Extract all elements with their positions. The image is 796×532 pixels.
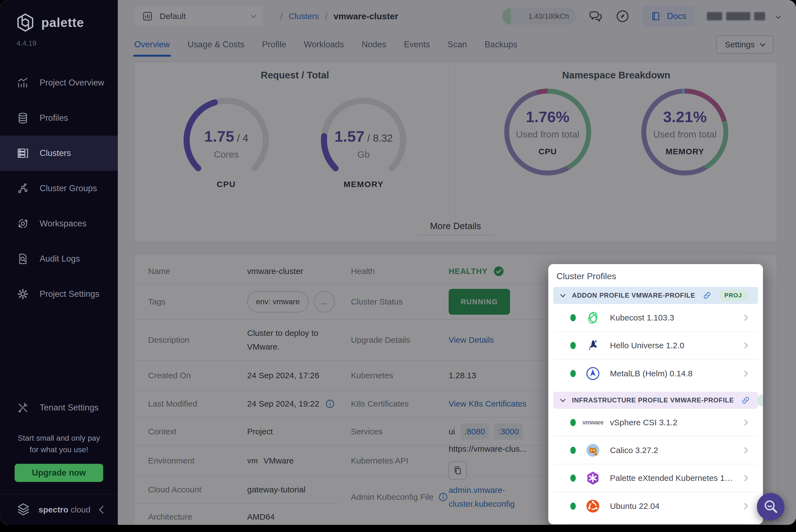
pack-name: MetalLB (Helm) 0.14.8 — [610, 369, 692, 378]
profile-section-addon: ADDON PROFILE VMWARE-PROFILEPROJKubecost… — [553, 287, 758, 387]
promo-text: Start small and only pay for what you us… — [8, 433, 110, 456]
cluster-groups-icon — [17, 182, 29, 195]
scope-badge: PROJ — [757, 395, 763, 406]
project-settings-icon — [17, 288, 29, 300]
pxk-icon — [585, 470, 600, 486]
sidebar-item-label: Audit Logs — [40, 254, 80, 264]
sidebar-item-audit-logs[interactable]: Audit Logs — [0, 241, 118, 277]
pack-status-dot — [570, 419, 576, 426]
profile-pack-row[interactable]: Ubuntu 22.04 — [553, 492, 758, 520]
profiles-icon — [17, 112, 29, 124]
chevron-down-icon — [560, 397, 566, 402]
profile-section-title: INFRASTRUCTURE PROFILE VMWARE-PROFILE — [572, 396, 734, 404]
pack-name: Calico 3.27.2 — [610, 445, 658, 455]
profile-section-infrastructure: INFRASTRUCTURE PROFILE VMWARE-PROFILEPRO… — [553, 392, 758, 520]
pack-name: Kubecost 1.103.3 — [610, 313, 674, 322]
vmware-icon: vmware — [585, 415, 600, 430]
project-overview-icon — [17, 76, 29, 89]
cluster-profiles-panel: Cluster Profiles ADDON PROFILE VMWARE-PR… — [548, 264, 763, 524]
sidebar-item-label: Clusters — [40, 148, 71, 158]
palette-logo: palette — [15, 13, 118, 33]
spectro-cloud-logo-icon — [15, 502, 31, 518]
pack-status-dot — [570, 447, 576, 454]
profile-section-title: ADDON PROFILE VMWARE-PROFILE — [572, 291, 695, 299]
chevron-right-icon — [742, 315, 748, 321]
app-version: 4.4.19 — [17, 39, 118, 48]
upgrade-now-button[interactable]: Upgrade now — [15, 464, 103, 482]
sidebar-item-clusters[interactable]: Clusters — [0, 136, 118, 171]
profile-pack-row[interactable]: Kubecost 1.103.3 — [553, 304, 758, 332]
brand-name: palette — [41, 15, 84, 30]
sidebar-item-project-settings[interactable]: Project Settings — [0, 277, 118, 312]
cluster-profiles-title: Cluster Profiles — [557, 271, 763, 281]
workspaces-icon — [17, 217, 29, 230]
calico-icon — [585, 443, 600, 458]
pack-status-dot — [570, 342, 576, 349]
sidebar-item-label: Workspaces — [40, 219, 87, 229]
main-area: Default / Clusters / vmware-cluster 1.43… — [118, 0, 796, 525]
profile-pack-row[interactable]: Palette eXtended Kubernetes 1.28.13 — [553, 464, 758, 492]
spectro-cloud-wordmark: spectro cloud — [39, 505, 90, 514]
hello-universe-icon — [585, 338, 600, 353]
pack-name: Palette eXtended Kubernetes 1.28.13 — [610, 473, 733, 483]
sidebar-collapse-icon[interactable] — [99, 506, 107, 513]
chevron-down-icon — [560, 292, 566, 297]
sidebar: palette 4.4.19 Project OverviewProfilesC… — [0, 0, 118, 525]
sidebar-item-label: Profiles — [40, 113, 68, 123]
sidebar-item-project-overview[interactable]: Project Overview — [0, 65, 118, 100]
scope-badge: PROJ — [719, 290, 747, 301]
vmware-wordmark: vmware — [582, 419, 603, 426]
chevron-right-icon — [742, 342, 748, 348]
pack-status-dot — [570, 502, 576, 510]
sidebar-item-workspaces[interactable]: Workspaces — [0, 206, 118, 241]
chevron-right-icon — [742, 447, 748, 453]
pack-name: Hello Universe 1.2.0 — [610, 341, 684, 350]
chevron-right-icon — [742, 475, 748, 481]
profile-section-header-infrastructure[interactable]: INFRASTRUCTURE PROFILE VMWARE-PROFILEPRO… — [553, 392, 758, 409]
sidebar-bottom: Tenant Settings Start small and only pay… — [0, 390, 118, 525]
pack-name: Ubuntu 22.04 — [610, 501, 660, 511]
sidebar-item-tenant-settings[interactable]: Tenant Settings — [0, 390, 118, 425]
profile-pack-row[interactable]: MetalLB (Helm) 0.14.8 — [553, 360, 758, 387]
chevron-right-icon — [742, 503, 748, 509]
search-icon — [762, 498, 779, 515]
upgrade-promo: Start small and only pay for what you us… — [0, 425, 118, 494]
clusters-icon — [17, 147, 29, 159]
sidebar-item-cluster-groups[interactable]: Cluster Groups — [0, 171, 118, 206]
chevron-right-icon — [742, 370, 748, 377]
pack-status-dot — [570, 370, 576, 377]
pack-name: vSphere CSI 3.1.2 — [610, 418, 678, 427]
sidebar-item-label: Cluster Groups — [40, 184, 97, 193]
profile-section-header-addon[interactable]: ADDON PROFILE VMWARE-PROFILEPROJ — [553, 287, 758, 304]
sidebar-item-label: Project Settings — [40, 289, 99, 299]
sidebar-item-label: Tenant Settings — [40, 403, 98, 413]
profile-pack-row[interactable]: Hello Universe 1.2.0 — [553, 332, 758, 360]
tenant-settings-icon — [17, 401, 29, 414]
sidebar-item-label: Project Overview — [40, 78, 104, 88]
pack-status-dot — [570, 314, 576, 321]
sidebar-nav: Project OverviewProfilesClustersCluster … — [0, 65, 118, 312]
chevron-right-icon — [742, 419, 748, 425]
kubecost-icon — [585, 310, 600, 325]
app-window: palette 4.4.19 Project OverviewProfilesC… — [0, 0, 796, 525]
help-search-fab[interactable] — [757, 493, 784, 520]
audit-logs-icon — [17, 252, 29, 265]
link-icon — [702, 291, 712, 300]
pack-status-dot — [570, 475, 576, 482]
profile-pack-row[interactable]: vmwarevSphere CSI 3.1.2 — [553, 409, 758, 437]
metallb-icon — [585, 366, 600, 381]
sidebar-footer: spectro cloud — [0, 494, 118, 525]
link-icon — [741, 396, 750, 405]
palette-logo-icon — [15, 13, 35, 33]
ubuntu-icon — [585, 498, 600, 514]
sidebar-item-profiles[interactable]: Profiles — [0, 100, 118, 136]
profile-pack-row[interactable]: Calico 3.27.2 — [553, 437, 758, 464]
